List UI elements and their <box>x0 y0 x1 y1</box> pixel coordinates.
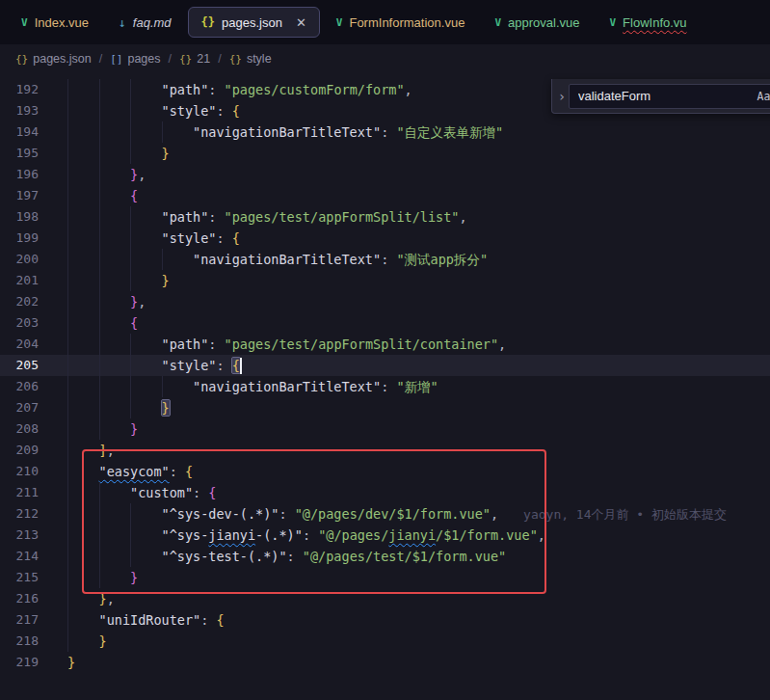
line-number[interactable]: 209 <box>0 440 54 461</box>
code-text[interactable]: } <box>54 270 770 291</box>
code-line[interactable]: 204 "path": "pages/test/appFormSplit/con… <box>0 334 770 355</box>
code-line[interactable]: 202 }, <box>0 291 770 312</box>
line-number[interactable]: 216 <box>0 588 54 609</box>
code-line[interactable]: 199 "style": { <box>0 228 770 249</box>
code-text[interactable]: "navigationBarTitleText": "新增" <box>54 376 770 397</box>
code-text[interactable]: } <box>54 652 770 673</box>
line-number[interactable]: 217 <box>0 609 54 631</box>
line-number[interactable]: 212 <box>0 503 54 525</box>
code-line[interactable]: 198 "path": "pages/test/appFormSplit/lis… <box>0 206 770 228</box>
code-line[interactable]: 201 } <box>0 270 770 291</box>
close-icon[interactable]: ✕ <box>296 15 306 30</box>
breadcrumb-item[interactable]: {}pages.json <box>15 52 92 66</box>
code-text[interactable]: "style": { <box>54 355 770 376</box>
code-line[interactable]: 194 "navigationBarTitleText": "自定义表单新增" <box>0 121 770 143</box>
breadcrumb-item[interactable]: {}21 <box>179 52 210 66</box>
line-number[interactable]: 213 <box>0 525 54 546</box>
line-number[interactable]: 195 <box>0 143 54 164</box>
code-line[interactable]: 213 "^sys-jianyi-(.*)": "@/pages/jianyi/… <box>0 525 770 546</box>
code-line[interactable]: 196 }, <box>0 164 770 185</box>
code-text[interactable]: "^sys-dev-(.*)": "@/pages/dev/$1/form.vu… <box>54 503 770 525</box>
code-text[interactable]: } <box>54 143 770 164</box>
code-line[interactable]: 211 "custom": { <box>0 482 770 503</box>
code-text[interactable]: "easycom": { <box>54 461 770 482</box>
code-text[interactable]: "^sys-jianyi-(.*)": "@/pages/jianyi/$1/f… <box>54 525 770 546</box>
code-token: { <box>130 188 138 203</box>
code-text[interactable]: "custom": { <box>54 482 770 503</box>
code-line[interactable]: 197 { <box>0 185 770 206</box>
code-line[interactable]: 209 ], <box>0 440 770 461</box>
find-input[interactable] <box>570 89 752 103</box>
code-text[interactable]: } <box>54 631 770 652</box>
code-line[interactable]: 210 "easycom": { <box>0 461 770 482</box>
code-line[interactable]: 208 } <box>0 418 770 440</box>
line-number[interactable]: 200 <box>0 249 54 270</box>
line-number[interactable]: 203 <box>0 312 54 334</box>
code-line[interactable]: 203 { <box>0 312 770 334</box>
line-number[interactable]: 193 <box>0 100 54 121</box>
tab-approval-vue[interactable]: V approval.vue <box>481 7 593 38</box>
code-text[interactable]: }, <box>54 588 770 609</box>
code-line[interactable]: 215 } <box>0 567 770 588</box>
code-line[interactable]: 219} <box>0 652 770 673</box>
line-number[interactable]: 201 <box>0 270 54 291</box>
chevron-right-icon[interactable]: › <box>555 86 569 107</box>
code-text[interactable]: "uniIdRouter": { <box>54 609 770 631</box>
code-line[interactable]: 200 "navigationBarTitleText": "测试app拆分" <box>0 249 770 270</box>
line-number[interactable]: 210 <box>0 461 54 482</box>
tab-forminformation-vue[interactable]: V FormInformation.vue <box>323 7 479 38</box>
breadcrumb-item[interactable]: []pages <box>110 52 160 66</box>
breadcrumb-item[interactable]: {}style <box>229 52 272 66</box>
code-text[interactable]: }, <box>54 291 770 312</box>
line-number[interactable]: 211 <box>0 482 54 503</box>
indent-guide <box>99 291 100 312</box>
code-line[interactable]: 212 "^sys-dev-(.*)": "@/pages/dev/$1/for… <box>0 503 770 525</box>
code-text[interactable]: { <box>54 312 770 334</box>
line-number[interactable]: 194 <box>0 121 54 143</box>
line-number[interactable]: 205 <box>0 355 54 376</box>
line-number[interactable]: 192 <box>0 79 54 100</box>
code-token: ] <box>99 443 107 458</box>
line-number[interactable]: 215 <box>0 567 54 588</box>
code-text[interactable]: { <box>54 185 770 206</box>
code-token: "uniIdRouter" <box>99 612 201 628</box>
code-text[interactable]: } <box>54 418 770 440</box>
indent-guide <box>99 185 100 206</box>
match-case-toggle[interactable]: Aa <box>754 86 770 106</box>
code-line[interactable]: 206 "navigationBarTitleText": "新增" <box>0 376 770 397</box>
code-line[interactable]: 214 "^sys-test-(.*)": "@/pages/test/$1/f… <box>0 546 770 567</box>
code-text[interactable]: "path": "pages/test/appFormSplit/list", <box>54 206 770 228</box>
code-text[interactable]: } <box>54 567 770 588</box>
code-text[interactable]: } <box>54 397 770 418</box>
editor[interactable]: 192 "path": "pages/customForm/form",193 … <box>0 73 770 700</box>
code-line[interactable]: 195 } <box>0 143 770 164</box>
line-number[interactable]: 218 <box>0 631 54 652</box>
tab-faq-md[interactable]: ↓ faq.md <box>105 7 185 38</box>
line-number[interactable]: 214 <box>0 546 54 567</box>
line-number[interactable]: 196 <box>0 164 54 185</box>
code-text[interactable]: }, <box>54 164 770 185</box>
line-number[interactable]: 198 <box>0 206 54 228</box>
line-number[interactable]: 208 <box>0 418 54 440</box>
code-text[interactable]: "^sys-test-(.*)": "@/pages/test/$1/form.… <box>54 546 770 567</box>
tab-index-vue[interactable]: V Index.vue <box>8 7 102 38</box>
line-number[interactable]: 199 <box>0 228 54 249</box>
tab-flowinfo-vue[interactable]: V FlowInfo.vu <box>596 7 700 38</box>
code-line[interactable]: 218 } <box>0 631 770 652</box>
line-number[interactable]: 197 <box>0 185 54 206</box>
code-line[interactable]: 207 } <box>0 397 770 418</box>
code-line[interactable]: 205 "style": { <box>0 355 770 376</box>
code-text[interactable]: "navigationBarTitleText": "自定义表单新增" <box>54 121 770 143</box>
line-number[interactable]: 206 <box>0 376 54 397</box>
code-line[interactable]: 217 "uniIdRouter": { <box>0 609 770 631</box>
code-text[interactable]: ], <box>54 440 770 461</box>
code-text[interactable]: "style": { <box>54 228 770 249</box>
line-number[interactable]: 207 <box>0 397 54 418</box>
tab-pages-json[interactable]: {} pages.json ✕ <box>188 7 320 38</box>
line-number[interactable]: 204 <box>0 334 54 355</box>
line-number[interactable]: 202 <box>0 291 54 312</box>
code-text[interactable]: "navigationBarTitleText": "测试app拆分" <box>54 249 770 270</box>
line-number[interactable]: 219 <box>0 652 54 673</box>
code-line[interactable]: 216 }, <box>0 588 770 609</box>
code-text[interactable]: "path": "pages/test/appFormSplit/contain… <box>54 334 770 355</box>
